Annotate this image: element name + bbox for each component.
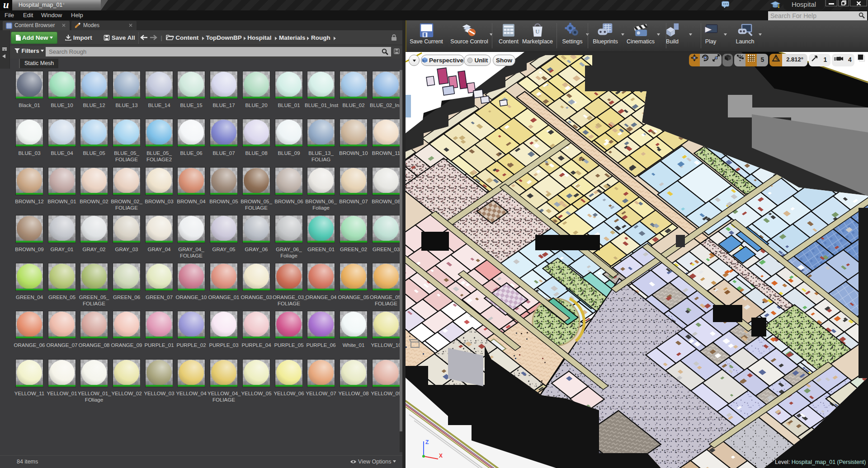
svg-text:Z: Z — [425, 439, 429, 445]
svg-text:X: X — [439, 453, 443, 459]
svg-text:U: U — [535, 28, 540, 35]
svg-text:Level: Hospital_map_01 (Persi: Level: Hospital_map_01 (Persistent) — [775, 459, 866, 465]
